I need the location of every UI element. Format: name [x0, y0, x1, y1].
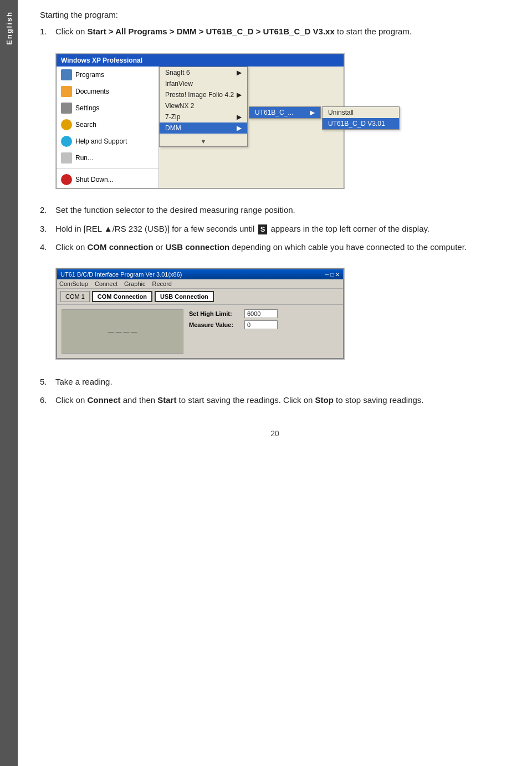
viewnx-label: ViewNX 2 [165, 102, 194, 110]
settings-icon [61, 103, 72, 114]
programs-icon [61, 69, 72, 80]
list-item-5: 5. Take a reading. [40, 375, 510, 388]
right-panel: SnagIt 6 ▶ IrfanView Presto! Image Folio… [159, 67, 344, 188]
ut61-display: — — — — [62, 309, 183, 354]
irfan-label: IrfanView [165, 80, 193, 88]
sidebar: English [0, 0, 18, 766]
high-limit-field: Set High Limit: 6000 [189, 309, 339, 318]
step-num-1: 1. [40, 25, 55, 38]
main-content: Starting the program: 1. Click on Start … [23, 0, 532, 460]
ut61-fields: Set High Limit: 6000 Measure Value: 0 [189, 309, 339, 354]
menu-label-shutdown: Shut Down... [75, 176, 114, 183]
help-icon [61, 136, 72, 147]
search-icon [61, 119, 72, 130]
steps-list: 1. Click on Start > All Programs > DMM >… [40, 25, 510, 38]
menu-body: Programs Documents Settings Search [57, 67, 344, 188]
steps-list-2: 2. Set the function selector to the desi… [40, 203, 510, 253]
com-connection-label: COM connection [88, 242, 154, 252]
shutdown-icon [61, 174, 72, 185]
measure-value: 0 [244, 320, 278, 329]
submenu-more: ▼ [160, 136, 247, 146]
winxp-menu: Windows XP Professional Programs Documen… [56, 54, 344, 188]
menu-label-settings: Settings [75, 104, 99, 112]
menu-graphic[interactable]: Graphic [124, 280, 146, 287]
7zip-label: 7-Zip [165, 113, 180, 121]
list-item: 1. Click on Start > All Programs > DMM >… [40, 25, 510, 38]
step-text-2: Set the function selector to the desired… [55, 203, 295, 216]
step-num-4: 4. [40, 241, 55, 253]
7zip-arrow: ▶ [237, 113, 242, 121]
measure-label: Measure Value: [189, 321, 244, 328]
presto-arrow: ▶ [237, 91, 242, 99]
programs-submenu: SnagIt 6 ▶ IrfanView Presto! Image Folio… [159, 67, 248, 147]
ut61-uninstall: Uninstall [323, 107, 399, 118]
submenu-irfan: IrfanView [160, 78, 247, 89]
menu-label-programs: Programs [75, 71, 104, 79]
screenshot-ut61: UT61 B/C/D Interface Program Ver 3.01(x8… [55, 268, 345, 360]
menu-item-run: Run... [57, 150, 158, 166]
dmm-submenu-ut61: UT61B_C_... ▶ [249, 107, 320, 118]
screenshot-startmenu: Windows XP Professional Programs Documen… [55, 53, 345, 189]
com1-button[interactable]: COM 1 [60, 291, 90, 302]
menu-comsetup[interactable]: ComSetup [59, 280, 88, 287]
list-item-4: 4. Click on COM connection or USB connec… [40, 241, 510, 253]
menu-label-documents: Documents [75, 88, 109, 95]
step1-bold: Start > All Programs > DMM > UT61B_C_D >… [88, 27, 335, 36]
menu-item-shutdown: Shut Down... [57, 171, 158, 188]
menu-label-help: Help and Support [75, 137, 127, 145]
menu-item-settings: Settings [57, 100, 158, 116]
menu-label-run: Run... [75, 154, 93, 162]
ut61-winbtns: ─ □ ✕ [325, 272, 340, 278]
high-limit-value: 6000 [244, 309, 278, 318]
menu-item-help: Help and Support [57, 133, 158, 150]
snagit-label: SnagIt 6 [165, 69, 190, 76]
menu-record[interactable]: Record [152, 280, 172, 287]
left-panel: Programs Documents Settings Search [57, 67, 159, 188]
step-num-6: 6. [40, 394, 55, 406]
uninstall-label: Uninstall [328, 109, 354, 116]
submenu-7zip: 7-Zip ▶ [160, 111, 247, 122]
menu-item-documents: Documents [57, 83, 158, 100]
run-icon [61, 152, 72, 164]
list-item-2: 2. Set the function selector to the desi… [40, 203, 510, 216]
ut61-v301: UT61B_C_D V3.01 [323, 118, 399, 129]
display-placeholder: — — — — [108, 328, 137, 335]
divider [57, 168, 158, 169]
winxp-bar-text: Windows XP Professional [61, 57, 142, 64]
sidebar-label: English [5, 11, 13, 45]
menu-item-programs: Programs [57, 67, 158, 83]
menu-item-search: Search [57, 116, 158, 133]
ut61-titlebar: UT61 B/C/D Interface Program Ver 3.01(x8… [57, 269, 343, 279]
start-label: Start [157, 395, 176, 405]
usb-connection-label: USB connection [165, 242, 229, 252]
com-connection-button[interactable]: COM Connection [92, 291, 152, 302]
dmm-arrow: ▶ [237, 124, 242, 132]
step-text-6: Click on Connect and then Start to start… [55, 394, 424, 406]
ut61-content: — — — — Set High Limit: 6000 Measure Val… [57, 305, 343, 358]
ut61-window: UT61 B/C/D Interface Program Ver 3.01(x8… [56, 268, 344, 359]
ut61-submenu: Uninstall UT61B_C_D V3.01 [322, 106, 400, 130]
steps-list-3: 5. Take a reading. 6. Click on Connect a… [40, 375, 510, 407]
submenu-snagit: SnagIt 6 ▶ [160, 67, 247, 78]
step-num-2: 2. [40, 203, 55, 216]
ut61b-short-label: UT61B_C_... [255, 109, 293, 116]
menu-label-search: Search [75, 121, 96, 129]
step-text-3: Hold in [REL ▲/RS 232 (USB)] for a few s… [55, 222, 429, 235]
step-text-4: Click on COM connection or USB connectio… [55, 241, 467, 253]
list-item-6: 6. Click on Connect and then Start to st… [40, 394, 510, 406]
connect-label: Connect [88, 395, 121, 405]
usb-connection-button[interactable]: USB Connection [155, 291, 214, 302]
winxp-bar: Windows XP Professional [57, 54, 344, 67]
page-number: 20 [40, 429, 510, 438]
step-text-5: Take a reading. [55, 375, 112, 388]
step-num-3: 3. [40, 222, 55, 235]
v301-label: UT61B_C_D V3.01 [328, 120, 385, 127]
measure-value-field: Measure Value: 0 [189, 320, 339, 329]
submenu-viewnx: ViewNX 2 [160, 100, 247, 111]
menu-connect[interactable]: Connect [95, 280, 117, 287]
submenu-dmm: DMM ▶ [160, 122, 247, 134]
stop-label: Stop [315, 395, 334, 405]
dmm-label: DMM [165, 124, 181, 132]
snagit-arrow: ▶ [237, 69, 242, 76]
step-num-5: 5. [40, 375, 55, 388]
